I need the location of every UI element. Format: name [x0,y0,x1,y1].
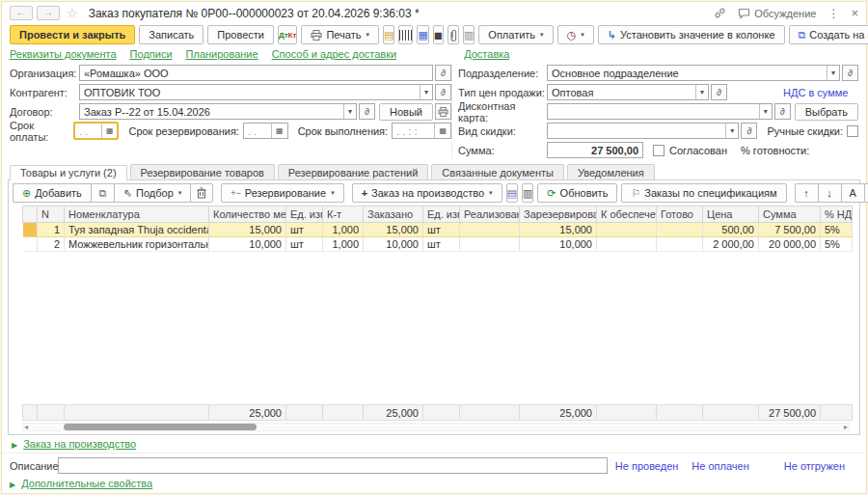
sort-desc-button[interactable]: Я [864,183,868,203]
cell[interactable]: 20 000,00 [759,237,821,252]
close-icon[interactable]: × [851,6,858,20]
cell[interactable] [657,237,703,252]
cell[interactable]: шт [286,237,323,252]
payment-term-field[interactable]: . .▦ [73,122,119,140]
attachment-icon[interactable] [448,25,459,44]
price-type-open-icon[interactable]: ∂ [711,84,727,100]
spec-orders-button[interactable]: ⚐Заказы по спецификациям [621,183,786,203]
forward-button[interactable]: → [37,6,60,20]
grid-empty-area[interactable] [22,252,859,404]
production-order-button[interactable]: +Заказ на производство▾ [352,183,502,203]
barcode-icon[interactable] [398,25,413,44]
cell[interactable]: 2 [38,237,65,252]
cell[interactable]: Можжевельник горизонтальный Juniperus ho… [65,237,209,252]
cell[interactable] [597,237,657,252]
copy-row-icon[interactable]: ⧉ [91,183,114,203]
cell[interactable]: 1,000 [323,237,364,252]
link-signatures[interactable]: Подписи [130,48,173,60]
column-header[interactable]: Заказано [364,206,423,223]
dropdown-icon[interactable]: ▾ [759,104,768,119]
reserve-term-field[interactable]: . .▦ [243,123,288,139]
additional-props-link[interactable]: Дополнительные свойства [21,478,152,489]
counterparty-open-icon[interactable]: ∂ [435,84,451,100]
discount-card-open-icon[interactable]: ∂ [774,103,791,120]
tab-goods-services[interactable]: Товары и услуги (2) [10,165,127,180]
status-not-posted[interactable]: Не проведен [615,460,679,472]
table-row[interactable]: 2Можжевельник горизонтальный Juniperus h… [23,237,853,252]
price-type-field[interactable]: Оптовая▾ [547,84,709,100]
discount-card-field[interactable]: ▾ [547,103,773,120]
link-delivery-method[interactable]: Способ и адрес доставки [272,48,397,60]
organization-field[interactable]: «Ромашка» ООО [79,65,433,81]
timer-button[interactable]: ◷▾ [557,25,594,44]
discussion-button[interactable]: Обсуждение [738,8,816,19]
scroll-right-icon[interactable]: ▸ [844,423,848,431]
link-icon[interactable] [714,7,726,19]
cell[interactable] [597,223,657,237]
column-header[interactable]: Реализовано [460,206,520,223]
cell[interactable] [657,223,703,237]
tab-related-documents[interactable]: Связанные документы [431,164,564,179]
cell[interactable]: 10,000 [520,237,597,252]
cell[interactable]: 15,000 [520,223,597,237]
pay-button[interactable]: Оплатить▾ [478,25,553,44]
production-order-link[interactable]: Заказ на производство [23,438,136,450]
new-contract-button[interactable]: Новый [379,103,433,121]
delete-row-icon[interactable] [190,183,213,203]
cell[interactable]: 5% [821,237,853,252]
tab-goods-reservation[interactable]: Резервирование товаров [130,164,275,179]
table-row[interactable]: 1Туя западная Thuja occidentalis Golden … [23,223,853,237]
status-not-shipped[interactable]: Не отгружен [784,460,845,472]
status-not-paid[interactable]: Не оплачен [692,460,748,472]
cell[interactable]: 15,000 [209,223,286,237]
link-document-details[interactable]: Реквизиты документа [10,48,117,60]
scrollbar-thumb[interactable] [64,424,257,430]
payment-card-icon[interactable]: ▤ [383,25,394,44]
reservation-button[interactable]: +−Резервирование▾ [221,183,343,203]
department-field[interactable]: Основное подразделение▾ [547,65,840,81]
column-header[interactable]: К обеспечению [597,206,657,223]
cell[interactable]: шт [286,223,323,237]
post-and-close-button[interactable]: Провести и закрыть [10,25,135,44]
print-button[interactable]: Печать▾ [301,25,379,44]
column-header[interactable]: Сумма [759,206,821,223]
cell[interactable]: 5% [821,223,853,237]
dropdown-icon[interactable]: ▾ [695,85,704,99]
department-open-icon[interactable]: ∂ [842,65,858,81]
discount-kind-open-icon[interactable]: ∂ [741,123,757,139]
cell[interactable]: шт [423,223,460,237]
cell[interactable] [460,223,520,237]
pick-button[interactable]: ⇖Подбор▾ [114,183,190,203]
column-header[interactable]: Цена [703,206,759,223]
create-based-on-button[interactable]: ⧉Создать на основании▾ [789,25,868,44]
save-button[interactable]: Записать [139,25,203,44]
contract-open-icon[interactable]: ∂ [359,103,375,120]
sort-asc-button[interactable]: А [841,183,864,203]
calendar-icon[interactable]: ▦ [271,124,284,138]
column-header[interactable]: Количество мест [209,206,286,223]
counterparty-field[interactable]: ОПТОВИК ТОО▾ [79,84,433,100]
cell[interactable]: 10,000 [209,237,286,252]
move-up-button[interactable]: ↑ [795,183,818,203]
column-header[interactable]: Зарезервировано [520,206,597,223]
cell[interactable]: 2 000,00 [703,237,759,252]
description-field[interactable] [58,457,608,474]
add-row-button[interactable]: ⊕Добавить [13,183,91,203]
move-down-button[interactable]: ↓ [818,183,841,203]
vat-in-sum-link[interactable]: НДС в сумме [783,87,848,98]
document-icon[interactable]: ▥ [463,25,475,44]
sum-field[interactable]: 27 500,00 [547,142,643,158]
cell[interactable]: Туя западная Thuja occidentalis Golden B… [65,223,209,237]
contract-field[interactable]: Заказ Р--22 от 15.04.2026▾ [79,103,357,120]
link-planning[interactable]: Планирование [186,48,258,60]
open-window-icon[interactable]: ▥ [522,183,533,203]
favorite-star-icon[interactable]: ☆ [67,6,78,20]
organization-open-icon[interactable]: ∂ [435,65,451,81]
calendar-icon[interactable]: ▦ [101,124,114,138]
column-header[interactable]: Ед. изм [423,206,460,223]
contract-print-icon[interactable] [435,103,451,120]
column-header[interactable]: N [38,206,65,223]
movements-icon[interactable]: ▤ [506,183,518,203]
dropdown-icon[interactable]: ▾ [827,66,835,80]
discount-kind-field[interactable]: ▾ [547,123,739,139]
